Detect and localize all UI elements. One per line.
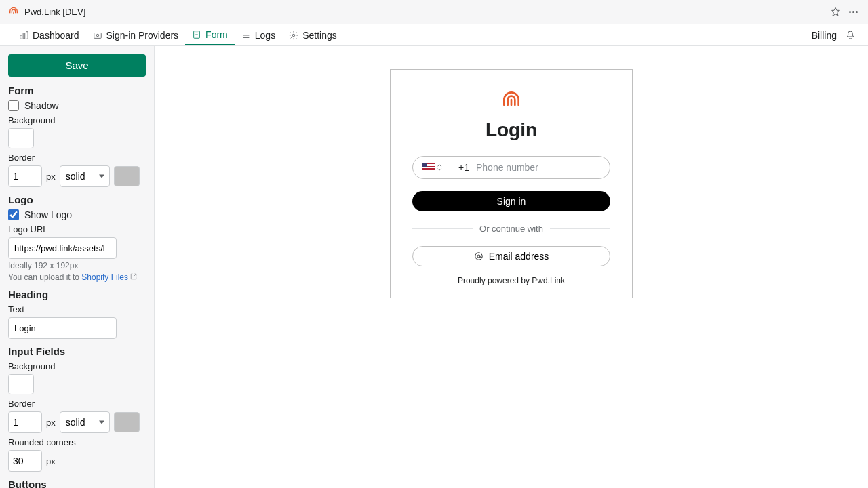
input-border-label: Border: [8, 399, 146, 409]
nav-logs[interactable]: Logs: [235, 26, 282, 45]
section-form: Form: [8, 85, 146, 96]
shadow-checkbox-row[interactable]: Shadow: [8, 100, 146, 111]
section-logo: Logo: [8, 194, 146, 205]
phone-input-group: +1: [412, 156, 610, 179]
phone-input[interactable]: [476, 162, 600, 173]
heading-text-label: Text: [8, 304, 146, 314]
external-link-icon: [130, 273, 137, 280]
form-border-style[interactable]: solid: [60, 165, 110, 187]
dial-code: +1: [458, 162, 469, 173]
form-border-color[interactable]: [114, 166, 140, 186]
at-icon: [474, 251, 484, 261]
shopify-files-link[interactable]: Shopify Files: [81, 272, 128, 282]
svg-rect-0: [20, 35, 22, 39]
show-logo-row[interactable]: Show Logo: [8, 209, 146, 220]
input-border-color[interactable]: [114, 412, 140, 432]
sidebar: Save Form Shadow Background Border px so…: [0, 46, 155, 488]
flag-usa-icon: [422, 163, 435, 171]
chevron-updown-icon: [437, 164, 442, 171]
nav-settings[interactable]: Settings: [282, 26, 344, 45]
form-bg-label: Background: [8, 115, 146, 125]
divider: Or continue with: [412, 224, 610, 234]
input-border-width[interactable]: [8, 411, 42, 433]
login-card: Login +1 Sign in Or continue with Email …: [390, 69, 633, 298]
more-icon[interactable]: [849, 7, 860, 18]
country-select[interactable]: [422, 163, 442, 171]
rounded-label: Rounded corners: [8, 437, 146, 447]
svg-point-12: [475, 253, 482, 260]
shadow-checkbox[interactable]: [8, 100, 19, 111]
navbar: Dashboard Sign-in Providers Form Logs Se…: [0, 24, 868, 46]
nav-billing[interactable]: Billing: [812, 30, 837, 41]
input-bg-color[interactable]: [8, 374, 34, 394]
powered-by: Proudly powered by Pwd.Link: [412, 276, 610, 285]
show-logo-checkbox[interactable]: [8, 209, 19, 220]
logo-url-input[interactable]: [8, 237, 117, 259]
input-border-style[interactable]: solid: [60, 411, 110, 433]
nav-dashboard[interactable]: Dashboard: [12, 26, 86, 45]
form-bg-color[interactable]: [8, 128, 34, 148]
svg-point-4: [96, 34, 99, 37]
svg-rect-3: [94, 33, 101, 38]
bell-icon[interactable]: [845, 30, 856, 41]
dashboard-icon: [19, 30, 28, 40]
logo-hint1: Ideally 192 x 192px: [8, 261, 146, 270]
rounded-input[interactable]: [8, 450, 42, 472]
input-bg-label: Background: [8, 361, 146, 371]
signin-button[interactable]: Sign in: [412, 191, 610, 211]
svg-rect-1: [23, 33, 25, 39]
login-logo-icon: [412, 89, 610, 113]
heading-text-input[interactable]: [8, 317, 117, 339]
form-border-label: Border: [8, 152, 146, 163]
gear-icon: [289, 30, 298, 40]
section-buttons: Buttons: [8, 479, 146, 488]
nav-providers[interactable]: Sign-in Providers: [86, 26, 186, 45]
save-button[interactable]: Save: [8, 54, 146, 77]
app-logo-icon: [8, 7, 19, 18]
svg-point-11: [292, 34, 295, 37]
logo-hint2: You can upload it to Shopify Files: [8, 272, 146, 282]
svg-rect-2: [26, 31, 28, 39]
svg-point-13: [477, 255, 480, 258]
providers-icon: [93, 30, 102, 40]
email-button[interactable]: Email address: [412, 246, 610, 266]
preview-area: Login +1 Sign in Or continue with Email …: [155, 46, 868, 488]
powered-link[interactable]: Pwd.Link: [532, 276, 565, 285]
section-heading: Heading: [8, 289, 146, 300]
logs-icon: [241, 30, 251, 40]
login-title: Login: [412, 119, 610, 141]
app-title: Pwd.Link [DEV]: [24, 7, 830, 17]
section-input-fields: Input Fields: [8, 346, 146, 357]
topbar: Pwd.Link [DEV]: [0, 0, 868, 24]
form-icon: [192, 30, 201, 39]
nav-form[interactable]: Form: [185, 25, 235, 45]
pin-icon[interactable]: [830, 7, 841, 18]
logo-url-label: Logo URL: [8, 224, 146, 235]
form-border-width[interactable]: [8, 165, 42, 187]
